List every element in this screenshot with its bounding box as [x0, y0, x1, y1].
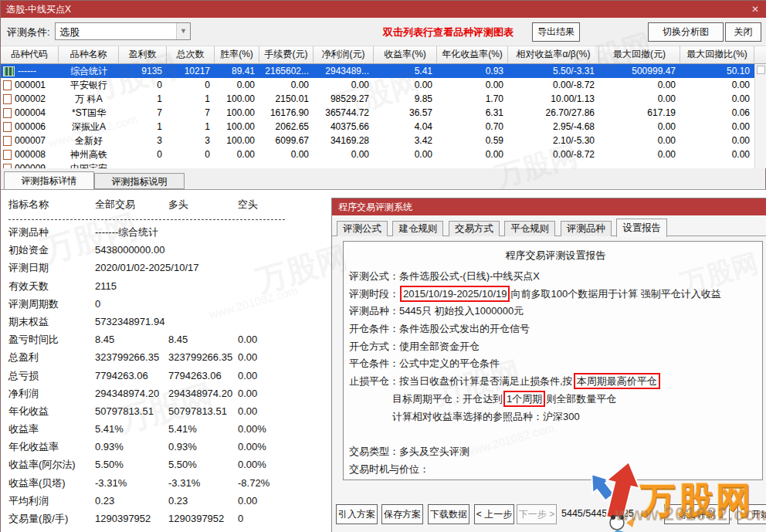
col-header[interactable]: 净利润(元): [314, 46, 374, 64]
condition-label: 评测条件:: [7, 25, 50, 39]
metric-row: 评测日期2020/01/02-2025/10/17: [8, 259, 333, 276]
col-header[interactable]: 总次数: [167, 46, 215, 64]
tab-trade-mode[interactable]: 交易方式: [449, 221, 500, 236]
table-scrollbar[interactable]: [754, 64, 766, 168]
metric-row: 总盈利323799266.35323799266.350.00: [8, 348, 333, 366]
tab-indicator-details[interactable]: 评测指标详情: [4, 171, 94, 189]
metric-row: 评测周期数0: [8, 295, 333, 313]
metrics-header: 指标名称 全部交易 多头 空头: [8, 195, 333, 215]
tab-open-rules[interactable]: 建仓规则: [392, 221, 443, 236]
tab-settings-report[interactable]: 设置报告: [616, 219, 667, 237]
col-header[interactable]: 最大回撤(元): [599, 46, 680, 64]
prev-step-button[interactable]: < 上一步: [474, 504, 514, 524]
highlight-target: 1个周期: [503, 391, 545, 407]
metric-row: 总亏损7794263.067794263.060.00: [8, 367, 333, 385]
col-header[interactable]: 年化收益率(%): [437, 46, 508, 64]
report-line-symbols: 评测品种：5445只 初始投入1000000元: [349, 303, 762, 320]
start-button[interactable]: 开始: [737, 504, 766, 524]
metric-row: 年化收益50797813.5150797813.510.00: [8, 402, 333, 420]
document-icon: [3, 136, 12, 146]
results-table-header: 品种代码 品种名称 盈利数 总次数 胜率(%) 手续费(元) 净利润(元) 收益…: [1, 46, 754, 64]
report-line-close-cond: 平仓条件：公式中定义的平仓条件: [349, 355, 762, 373]
col-header[interactable]: 胜率(%): [215, 46, 259, 64]
col-header[interactable]: 盈利数: [119, 46, 167, 64]
export-results-button[interactable]: 导出结果: [532, 22, 580, 42]
title-bar: 选股-中线买点X ✕: [1, 1, 766, 18]
chevron-down-icon[interactable]: ▼: [176, 23, 190, 39]
settings-report: 程序交易评测设置报告 评测公式：条件选股公式-(日线)-中线买点X 评测时段：2…: [343, 241, 763, 480]
metric-row: 收益率(阿尔法)5.50%5.50%0.00%: [8, 456, 333, 473]
report-line-formula: 评测公式：条件选股公式-(日线)-中线买点X: [349, 268, 762, 286]
toolbar: 评测条件: 选股 ▼ 双击列表行查看品种评测图表 导出结果 切换分析图 关闭: [1, 18, 766, 46]
metric-row: 有效天数2115: [8, 277, 333, 295]
table-row[interactable]: 000001 平安银行 0 0 0.00 0.00 0.00 0.00 0.00…: [1, 78, 754, 92]
report-line-trade-type: 交易类型：多头及空头评测: [349, 443, 762, 461]
tab-close-rules[interactable]: 平仓规则: [504, 221, 555, 236]
summary-chart-icon: [3, 66, 15, 76]
download-data-button[interactable]: 下载数据: [428, 504, 469, 524]
document-icon: [3, 150, 12, 160]
import-plan-button[interactable]: 引入方案: [336, 504, 378, 524]
metric-row: 初始资金5438000000.00: [8, 241, 333, 259]
divider: [8, 219, 285, 220]
metric-row: 净利润294348974.20294348974.200.00: [8, 385, 333, 402]
save-plan-button[interactable]: 保存方案: [381, 504, 423, 524]
col-header[interactable]: 品种代码: [1, 46, 59, 64]
dialog-tab-strip: 评测公式 建仓规则 交易方式 平仓规则 评测品种 设置报告: [332, 215, 766, 236]
results-table-body: ------ 综合统计 9135 10217 89.41 2165602... …: [1, 64, 754, 168]
app-window: 选股-中线买点X ✕ 评测条件: 选股 ▼ 双击列表行查看品种评测图表 导出结果…: [0, 0, 766, 532]
dialog-title-bar: 程序交易评测系统: [332, 198, 766, 215]
report-title: 程序交易评测设置报告: [349, 246, 762, 265]
table-row-summary[interactable]: ------ 综合统计 9135 10217 89.41 2165602... …: [1, 64, 754, 78]
switch-analysis-button[interactable]: 切换分析图: [648, 22, 724, 42]
report-line-stop: 止损平仓：按当日收盘价计算是否满足止损条件,按本周期最高价平仓: [349, 373, 762, 391]
condition-value: 选股: [59, 26, 80, 38]
close-button[interactable]: 关闭: [725, 22, 761, 42]
tab-formula[interactable]: 评测公式: [337, 221, 388, 236]
table-row[interactable]: 000008 神州高铁 0 0 0.00 0.00 0.00 0.00 0.00…: [1, 147, 754, 161]
report-line-period: 评测时段：2015/10/19-2025/10/19向前多取100个数据用于计算…: [349, 286, 762, 303]
scrollbar-thumb[interactable]: [757, 66, 765, 74]
metric-row: 交易量(股/手)129039795212903979520: [8, 510, 333, 527]
table-corner: [754, 46, 766, 64]
highlight-period: 2015/10/19-2025/10/19: [400, 286, 510, 302]
document-icon: [3, 164, 12, 169]
document-icon: [3, 94, 12, 104]
document-icon: [3, 80, 12, 90]
report-line-reference: 计算相对收益率选择的参照品种：沪深300: [349, 408, 762, 426]
report-line-trade-timing: 交易时机与价位：: [349, 461, 762, 479]
metric-row: 收益率5.41%5.41%0.00%: [8, 420, 333, 438]
double-click-hint: 双击列表行查看品种评测图表: [383, 25, 513, 39]
report-line-target: 目标周期平仓：开仓达到1个周期则全部数量平仓: [349, 391, 762, 408]
table-row[interactable]: 000004 *ST国华 7 7 100.00 16176.90 365744.…: [1, 106, 754, 120]
highlight-stop: 本周期最高价平仓: [574, 373, 660, 389]
col-header[interactable]: 品种名称: [59, 46, 119, 64]
table-row[interactable]: 000007 全新好 3 3 100.00 6099.67 34169.28 3…: [1, 134, 754, 147]
window-close-icon[interactable]: ✕: [751, 1, 759, 18]
document-icon: [3, 122, 12, 132]
detail-tab-strip: 评测指标详情 评测指标说明: [1, 171, 766, 189]
table-row[interactable]: 000006 深振业A 1 1 100.00 2062.65 40375.66 …: [1, 120, 754, 134]
col-header[interactable]: 收益率(%): [374, 46, 437, 64]
next-step-button[interactable]: 下一步 >: [517, 504, 557, 524]
col-header[interactable]: 最大回撤比(%): [680, 46, 754, 64]
metric-row: 期末权益5732348971.94: [8, 313, 333, 330]
composite-eval-button[interactable]: 综合评测: [664, 504, 730, 524]
evaluation-dialog: 程序交易评测系统 评测公式 建仓规则 交易方式 平仓规则 评测品种 设置报告 程…: [331, 198, 766, 532]
metric-row: 评测品种-------综合统计: [8, 223, 333, 241]
tab-indicator-notes[interactable]: 评测指标说明: [94, 173, 185, 189]
table-row-partial[interactable]: 000009 中国宝安: [1, 161, 754, 168]
report-line-blank: [349, 425, 762, 443]
report-line-open-mode: 开仓方式：使用全部资金开仓: [349, 338, 762, 356]
metric-row: 平均利润0.230.230.00: [8, 492, 333, 510]
condition-combobox[interactable]: 选股 ▼: [55, 22, 191, 40]
report-line-open-cond: 开仓条件：条件选股公式发出的开仓信号: [349, 320, 762, 338]
col-header[interactable]: 手续费(元): [259, 46, 314, 64]
window-title: 选股-中线买点X: [6, 4, 71, 15]
document-icon: [3, 108, 12, 118]
metric-row: 收益率(贝塔)-3.31%-3.31%-8.72%: [8, 474, 333, 492]
col-header[interactable]: 相对收益率α/β(%): [508, 46, 599, 64]
table-row[interactable]: 000002 万 科A 1 1 100.00 2150.01 98529.27 …: [1, 92, 754, 106]
tab-symbols[interactable]: 评测品种: [561, 221, 612, 236]
metric-row: 年化收益率0.93%0.93%0.00%: [8, 438, 333, 456]
